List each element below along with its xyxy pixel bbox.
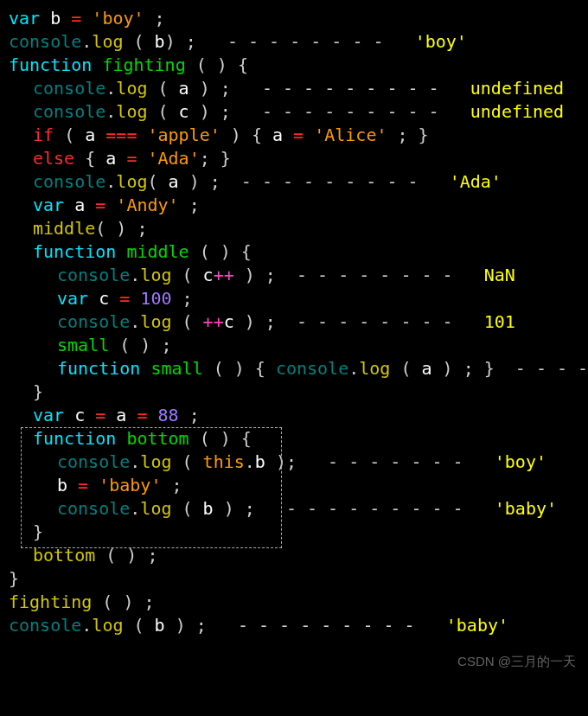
output-baby: 'baby' <box>446 615 508 636</box>
id-a: a <box>74 195 85 215</box>
fn-bottom-call: bottom <box>33 545 95 566</box>
code-line: } <box>9 380 579 404</box>
sc: ; <box>144 8 176 29</box>
dot: . <box>81 31 92 52</box>
output-undefined: undefined <box>470 101 564 122</box>
fn-log: log <box>116 171 147 192</box>
fn-middle-call: middle <box>33 218 95 239</box>
id-b: b <box>50 8 61 29</box>
id-b: b <box>155 615 165 636</box>
id-b: b <box>57 475 67 495</box>
fn-console: console <box>33 101 105 122</box>
brace-close: } <box>33 381 43 402</box>
fn-console: console <box>57 451 130 472</box>
code-line: var b = 'boy' ; <box>9 7 579 30</box>
fn-console: console <box>9 615 81 636</box>
op-eq: = <box>119 288 130 309</box>
code-line: bottom ( ) ; <box>9 544 579 567</box>
id-a: a <box>105 148 116 169</box>
code-line: var a = 'Andy' ; <box>9 194 579 217</box>
kw-var: var <box>9 8 40 29</box>
fn-log: log <box>140 265 171 285</box>
code-line: function fighting ( ) { <box>9 54 579 77</box>
dashes: - - - - - - - - <box>286 265 484 285</box>
dashes: - - - - - - - - - <box>252 101 470 122</box>
op-eq: = <box>95 195 105 215</box>
fn-log: log <box>359 358 390 379</box>
fn-small: small <box>150 358 202 379</box>
prop-b: b <box>255 451 265 472</box>
str-andy: 'Andy' <box>116 195 178 215</box>
output-101: 101 <box>484 311 515 332</box>
op-eq: = <box>126 148 137 169</box>
id-a: a <box>169 171 179 192</box>
code-line: console.log ( c ) ; - - - - - - - - - un… <box>9 100 579 124</box>
code-line: console.log ( b ) ; - - - - - - - - - 'b… <box>9 614 579 637</box>
kw-function: function <box>57 358 140 379</box>
kw-this: this <box>203 451 245 472</box>
output-undefined: undefined <box>470 78 564 99</box>
num-100: 100 <box>140 288 171 309</box>
kw-var: var <box>33 405 64 425</box>
code-line: console.log ( this.b ); - - - - - - - 'b… <box>9 451 579 474</box>
kw-function: function <box>33 428 116 449</box>
fn-console: console <box>57 498 130 519</box>
fn-log: log <box>116 101 147 122</box>
code-line: console.log ( b ) ; - - - - - - - - - 'b… <box>9 497 579 521</box>
kw-if: if <box>33 125 54 145</box>
fn-middle: middle <box>126 241 189 262</box>
id-c: c <box>203 265 214 285</box>
code-line: var c = 100 ; <box>9 287 579 310</box>
fn-log: log <box>92 31 123 52</box>
id-c: c <box>224 311 234 332</box>
op-teq: === <box>105 125 137 145</box>
dashes: - - - - - - - - <box>286 311 484 332</box>
sp <box>81 8 92 29</box>
paren: ( <box>123 31 154 52</box>
code-line: function middle ( ) { <box>9 240 579 264</box>
fn-console: console <box>33 171 105 192</box>
fn-log: log <box>92 615 123 636</box>
code-line: function small ( ) { console.log ( a ) ;… <box>9 357 579 380</box>
code-line: else { a = 'Ada'; } <box>9 147 579 170</box>
code-line: fighting ( ) ; <box>9 591 579 614</box>
paren-close: ) ; <box>165 31 217 52</box>
id-b: b <box>155 31 165 52</box>
id-c: c <box>74 405 85 425</box>
op-eq: = <box>71 8 81 29</box>
dashes: - - - - - - - - - <box>252 78 470 99</box>
code-line: small ( ) ; <box>9 334 579 357</box>
dashes: - - - - - - - - <box>217 31 415 52</box>
dashes: - - - - - - - - - <box>227 615 446 636</box>
code-line: console.log ( c++ ) ; - - - - - - - - Na… <box>9 264 579 287</box>
fn-console: console <box>33 78 105 99</box>
op-eq: = <box>78 475 88 495</box>
id-c: c <box>179 101 189 122</box>
str-apple: 'apple' <box>147 125 220 145</box>
output-nan: NaN <box>484 265 515 285</box>
str-ada: 'Ada' <box>147 148 199 169</box>
code-line: } <box>9 521 579 544</box>
code-line: console.log ( ++c ) ; - - - - - - - - 10… <box>9 310 579 334</box>
id-a: a <box>179 78 189 99</box>
dashes: - - - - - - - <box>317 451 495 472</box>
dashes: - - - - - <box>505 358 588 379</box>
output-boy: 'boy' <box>415 31 467 52</box>
code-line: console.log( a ) ; - - - - - - - - - 'Ad… <box>9 170 579 194</box>
brace-close: } <box>33 521 43 542</box>
code-line: b = 'baby' ; <box>9 474 579 497</box>
code-line: if ( a === 'apple' ) { a = 'Alice' ; } <box>9 124 579 147</box>
fn-small-call: small <box>57 335 109 355</box>
op-pp: ++ <box>203 311 224 332</box>
op-eq: = <box>137 405 147 425</box>
fn-console: console <box>276 358 348 379</box>
id-a: a <box>421 358 431 379</box>
fn-log: log <box>140 498 171 519</box>
code-line: console.log ( a ) ; - - - - - - - - - un… <box>9 77 579 100</box>
kw-else: else <box>33 148 74 169</box>
code-line: middle( ) ; <box>9 217 579 240</box>
fn-log: log <box>140 451 171 472</box>
watermark-text: CSDN @三月的一天 <box>457 649 576 673</box>
sp <box>40 8 50 29</box>
num-88: 88 <box>158 405 179 425</box>
